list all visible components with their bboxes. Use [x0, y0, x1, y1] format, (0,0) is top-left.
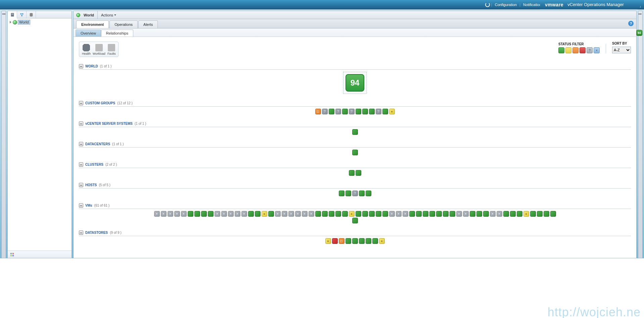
- status-square[interactable]: ×: [396, 211, 402, 217]
- metric-workload[interactable]: Workload: [93, 44, 105, 55]
- status-square[interactable]: [329, 109, 334, 114]
- status-square[interactable]: [349, 170, 355, 176]
- status-square[interactable]: [429, 211, 435, 217]
- status-square[interactable]: [550, 211, 556, 217]
- status-square[interactable]: ×: [288, 211, 294, 217]
- status-square[interactable]: ×: [403, 211, 408, 217]
- collapse-left[interactable]: ◂◂: [1, 11, 6, 258]
- status-square[interactable]: [530, 211, 536, 217]
- tree-node-world[interactable]: World: [9, 20, 70, 24]
- status-square[interactable]: [315, 211, 321, 217]
- group-name[interactable]: CLUSTERS: [85, 163, 103, 166]
- status-square[interactable]: [329, 211, 334, 217]
- sidebar-tab-hosts[interactable]: [8, 11, 17, 18]
- collapse-button[interactable]: −: [79, 203, 83, 208]
- status-square[interactable]: [369, 211, 375, 217]
- status-square[interactable]: [537, 211, 543, 217]
- status-square[interactable]: [362, 109, 368, 114]
- group-name[interactable]: HOSTS: [85, 183, 97, 187]
- group-name[interactable]: CUSTOM GROUPS: [85, 101, 115, 105]
- status-square[interactable]: ?: [349, 109, 355, 114]
- help-icon[interactable]: ?: [628, 21, 634, 26]
- status-square[interactable]: [470, 211, 475, 217]
- expand-icon[interactable]: [10, 21, 11, 23]
- metric-faults[interactable]: Faults: [107, 44, 116, 55]
- status-square[interactable]: ×: [154, 211, 160, 217]
- status-square[interactable]: [356, 211, 361, 217]
- status-square[interactable]: [349, 211, 355, 217]
- status-square[interactable]: [409, 211, 415, 217]
- refresh-icon[interactable]: [485, 2, 490, 7]
- actions-dropdown[interactable]: Actions: [97, 11, 116, 19]
- collapse-right[interactable]: ▸▸: [638, 11, 643, 258]
- status-square[interactable]: ×: [456, 211, 462, 217]
- status-square[interactable]: [352, 129, 358, 135]
- status-square[interactable]: ×: [221, 211, 227, 217]
- subtab-overview[interactable]: Overview: [76, 30, 101, 37]
- status-square[interactable]: [268, 211, 274, 217]
- status-square[interactable]: [339, 191, 344, 196]
- status-square[interactable]: ×: [235, 211, 240, 217]
- status-square[interactable]: ×: [161, 211, 167, 217]
- filter-orange[interactable]: [572, 47, 579, 53]
- status-square[interactable]: [366, 238, 371, 244]
- group-name[interactable]: DATASTORES: [85, 231, 108, 234]
- status-square[interactable]: [423, 211, 428, 217]
- status-square[interactable]: [315, 109, 321, 114]
- filter-yellow[interactable]: [565, 47, 571, 53]
- status-square[interactable]: ×: [215, 211, 220, 217]
- status-square[interactable]: [517, 211, 522, 217]
- status-square[interactable]: ×: [295, 211, 301, 217]
- status-square[interactable]: [382, 109, 388, 114]
- status-square[interactable]: [262, 211, 267, 217]
- status-square[interactable]: [346, 238, 351, 244]
- status-square[interactable]: [356, 170, 361, 176]
- status-square[interactable]: ×: [389, 211, 395, 217]
- status-square[interactable]: [359, 191, 365, 196]
- status-square[interactable]: [188, 211, 193, 217]
- group-name[interactable]: VMs: [85, 204, 92, 207]
- status-square[interactable]: [416, 211, 422, 217]
- collapse-button[interactable]: −: [79, 101, 83, 105]
- status-square[interactable]: [322, 211, 328, 217]
- status-square[interactable]: ?: [376, 109, 381, 114]
- status-square[interactable]: [325, 238, 331, 244]
- collapse-button[interactable]: −: [79, 230, 83, 235]
- status-square[interactable]: [450, 211, 455, 217]
- status-square[interactable]: [476, 211, 482, 217]
- status-square[interactable]: ×: [490, 211, 496, 217]
- status-square[interactable]: [382, 211, 388, 217]
- status-square[interactable]: ?: [352, 191, 358, 196]
- status-square[interactable]: ×: [275, 211, 281, 217]
- collapse-button[interactable]: −: [79, 121, 83, 126]
- status-square[interactable]: [255, 211, 261, 217]
- status-square[interactable]: ×: [228, 211, 234, 217]
- group-name[interactable]: DATACENTERS: [85, 142, 110, 146]
- status-square[interactable]: [523, 211, 529, 217]
- breadcrumb-label[interactable]: World: [84, 13, 94, 17]
- status-square[interactable]: ×: [241, 211, 247, 217]
- status-square[interactable]: ×: [181, 211, 187, 217]
- status-square[interactable]: [332, 238, 338, 244]
- score-rail-badge[interactable]: 94: [636, 30, 642, 36]
- status-square[interactable]: [342, 211, 348, 217]
- status-square[interactable]: ×: [302, 211, 308, 217]
- status-square[interactable]: [339, 238, 344, 244]
- collapse-button[interactable]: −: [79, 64, 83, 68]
- status-square[interactable]: [346, 191, 351, 196]
- status-square[interactable]: [436, 211, 442, 217]
- filter-green[interactable]: [558, 47, 564, 53]
- status-square[interactable]: [379, 238, 385, 244]
- subtab-relationships[interactable]: Relationships: [101, 30, 133, 37]
- status-square[interactable]: [248, 211, 254, 217]
- status-square[interactable]: [335, 211, 341, 217]
- status-square[interactable]: ×: [282, 211, 287, 217]
- collapse-button[interactable]: −: [79, 162, 83, 167]
- filter-offline[interactable]: ×: [594, 47, 600, 53]
- status-square[interactable]: [194, 211, 200, 217]
- status-square[interactable]: [503, 211, 509, 217]
- link-configuration[interactable]: Configuration: [492, 3, 519, 7]
- status-square[interactable]: [372, 238, 378, 244]
- status-square[interactable]: [201, 211, 207, 217]
- status-square[interactable]: [483, 211, 489, 217]
